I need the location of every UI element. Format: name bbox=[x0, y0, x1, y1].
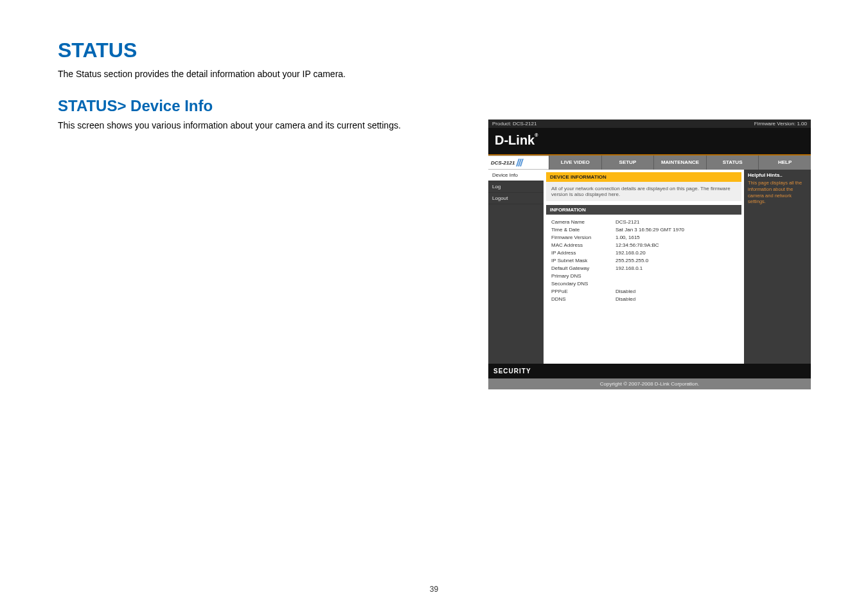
tab-maintenance[interactable]: MAINTENANCE bbox=[653, 155, 706, 170]
tab-live-video[interactable]: LIVE VIDEO bbox=[549, 155, 601, 170]
page-title: STATUS bbox=[58, 39, 810, 62]
intro-text: The Status section provides the detail i… bbox=[58, 69, 810, 79]
product-label: Product: DCS-2121 bbox=[492, 121, 536, 127]
info-key: Primary DNS bbox=[551, 272, 616, 280]
device-info-text: All of your network connection details a… bbox=[546, 182, 741, 201]
info-row: IP Address192.168.0.20 bbox=[551, 249, 736, 257]
info-value: Disabled bbox=[616, 296, 635, 303]
main-column: DEVICE INFORMATION All of your network c… bbox=[544, 170, 744, 364]
page-number: 39 bbox=[0, 585, 868, 594]
sidebar: Device Info Log Logout bbox=[488, 170, 544, 364]
tab-setup[interactable]: SETUP bbox=[601, 155, 654, 170]
info-value: 192.168.0.20 bbox=[616, 249, 646, 257]
info-value: 192.168.0.1 bbox=[616, 265, 642, 272]
help-column: Helpful Hints.. This page displays all t… bbox=[744, 170, 811, 364]
top-bar: Product: DCS-2121 Firmware Version: 1.00 bbox=[488, 120, 811, 128]
nav-tabs: DCS-2121 LIVE VIDEO SETUP MAINTENANCE ST… bbox=[488, 155, 811, 170]
info-key: MAC Address bbox=[551, 242, 616, 249]
info-key: IP Subnet Mask bbox=[551, 257, 616, 265]
sidebar-item-device-info[interactable]: Device Info bbox=[488, 170, 544, 181]
brand-logo: D-Link® bbox=[495, 133, 538, 147]
info-key: IP Address bbox=[551, 249, 616, 257]
info-value: 1.00, 1615 bbox=[616, 234, 640, 242]
trademark-icon: ® bbox=[535, 133, 538, 138]
info-row: PPPoEDisabled bbox=[551, 288, 736, 296]
info-key: Firmware Version bbox=[551, 234, 616, 242]
info-row: Default Gateway192.168.0.1 bbox=[551, 265, 736, 272]
content-row: Device Info Log Logout DEVICE INFORMATIO… bbox=[488, 170, 811, 364]
info-key: Secondary DNS bbox=[551, 280, 616, 288]
info-key: PPPoE bbox=[551, 288, 616, 296]
tab-help[interactable]: HELP bbox=[758, 155, 811, 170]
info-key: DDNS bbox=[551, 296, 616, 303]
info-value: Disabled bbox=[616, 288, 635, 296]
model-label: DCS-2121 bbox=[491, 160, 515, 166]
info-key: Camera Name bbox=[551, 218, 616, 226]
info-key: Time & Date bbox=[551, 226, 616, 234]
sidebar-item-log[interactable]: Log bbox=[488, 181, 544, 193]
copyright-bar: Copyright © 2007-2008 D-Link Corporation… bbox=[488, 378, 811, 389]
info-row: Primary DNS bbox=[551, 272, 736, 280]
info-row: MAC Address12:34:56:78:9A:BC bbox=[551, 242, 736, 249]
stripes-icon bbox=[517, 159, 522, 166]
info-row: Camera NameDCS-2121 bbox=[551, 218, 736, 226]
security-bar: SECURITY bbox=[488, 364, 811, 378]
info-value: Sat Jan 3 16:56:29 GMT 1970 bbox=[616, 226, 684, 234]
info-value: 12:34:56:78:9A:BC bbox=[616, 242, 659, 249]
firmware-label: Firmware Version: 1.00 bbox=[754, 121, 807, 127]
info-row: Firmware Version1.00, 1615 bbox=[551, 234, 736, 242]
brand-text: D-Link bbox=[495, 133, 535, 147]
device-info-header: DEVICE INFORMATION bbox=[546, 172, 741, 182]
help-text: This page displays all the information a… bbox=[748, 180, 807, 205]
info-key: Default Gateway bbox=[551, 265, 616, 272]
info-row: IP Subnet Mask255.255.255.0 bbox=[551, 257, 736, 265]
info-row: DDNSDisabled bbox=[551, 296, 736, 303]
info-row: Time & DateSat Jan 3 16:56:29 GMT 1970 bbox=[551, 226, 736, 234]
information-grid: Camera NameDCS-2121Time & DateSat Jan 3 … bbox=[546, 215, 741, 361]
help-header: Helpful Hints.. bbox=[748, 172, 807, 178]
info-row: Secondary DNS bbox=[551, 280, 736, 288]
tab-status[interactable]: STATUS bbox=[706, 155, 759, 170]
brand-bar: D-Link® bbox=[488, 128, 811, 154]
model-cell: DCS-2121 bbox=[488, 155, 549, 170]
section-subtitle: STATUS> Device Info bbox=[58, 97, 810, 115]
information-header: INFORMATION bbox=[546, 205, 741, 215]
screenshot-panel: Product: DCS-2121 Firmware Version: 1.00… bbox=[488, 120, 811, 389]
info-value: 255.255.255.0 bbox=[616, 257, 648, 265]
sidebar-item-logout[interactable]: Logout bbox=[488, 193, 544, 204]
info-value: DCS-2121 bbox=[616, 218, 639, 226]
